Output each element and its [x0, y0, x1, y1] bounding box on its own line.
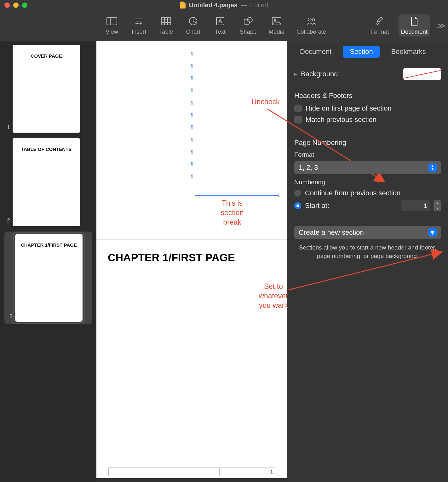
- tab-bookmarks[interactable]: Bookmarks: [384, 46, 433, 58]
- chevron-right-icon: ▸: [294, 71, 297, 77]
- svg-point-19: [274, 19, 276, 21]
- svg-point-17: [247, 17, 252, 22]
- svg-rect-18: [272, 17, 281, 25]
- collaborate-icon: [306, 16, 317, 26]
- footer-cell[interactable]: [164, 468, 220, 476]
- format-label: Format: [294, 151, 441, 158]
- thumb-title: COVER PAGE: [31, 53, 62, 59]
- pages-document-icon: [180, 2, 186, 9]
- footer-cell[interactable]: [109, 468, 164, 476]
- table-icon: [161, 16, 171, 26]
- paragraph-marks: ¶¶¶¶¶¶¶¶¶¶¶: [190, 47, 193, 182]
- number-format-select[interactable]: 1, 2, 3 ▲▼: [294, 161, 441, 174]
- section-break-handle[interactable]: [278, 194, 281, 197]
- background-label: Background: [301, 70, 338, 78]
- thumb-number: 2: [4, 217, 10, 224]
- insert-tool[interactable]: Insert: [129, 14, 149, 37]
- format-tool[interactable]: Format: [368, 14, 392, 37]
- shape-tool[interactable]: Shape: [237, 14, 259, 37]
- thumbnail-row[interactable]: 1 COVER PAGE: [4, 45, 92, 133]
- svg-rect-15: [216, 17, 224, 25]
- toolbar: View Insert Table Chart Text Shape Med: [0, 10, 448, 41]
- shape-icon: [244, 16, 253, 26]
- thumb-title: TABLE OF CONTENTS: [21, 146, 72, 152]
- insert-icon: [134, 16, 144, 26]
- table-tool[interactable]: Table: [156, 14, 176, 37]
- start-at-label: Start at:: [305, 202, 329, 210]
- edited-label: Edited: [250, 2, 268, 9]
- page-footer[interactable]: 1: [108, 468, 275, 476]
- thumbnail-row[interactable]: 2 TABLE OF CONTENTS: [4, 138, 92, 226]
- number-format-value: 1, 2, 3: [299, 164, 318, 172]
- dropdown-arrow-icon: ▼: [428, 228, 437, 237]
- create-section-area: Create a new section ▼ Sections allow yo…: [287, 220, 448, 266]
- continue-prev-label: Continue from previous section: [305, 189, 400, 197]
- background-color-swatch[interactable]: [403, 68, 441, 80]
- media-icon: [272, 16, 281, 26]
- svg-line-14: [193, 21, 196, 23]
- collaborate-tool[interactable]: Collaborate: [294, 14, 329, 37]
- hide-first-page-checkbox[interactable]: [294, 105, 302, 112]
- chart-tool[interactable]: Chart: [183, 14, 203, 37]
- page-thumbnail[interactable]: CHAPTER 1/FIRST PAGE: [15, 234, 83, 322]
- numbering-label: Numbering: [294, 179, 441, 186]
- page-1-partial[interactable]: ¶¶¶¶¶¶¶¶¶¶¶ Uncheck This is section brea…: [96, 41, 287, 239]
- page-numbering-section: Page Numbering Format 1, 2, 3 ▲▼ Numberi…: [287, 133, 448, 220]
- media-tool[interactable]: Media: [266, 14, 287, 37]
- document-inspector: Document Section Bookmarks ▸ Background …: [287, 41, 448, 482]
- stepper-up-icon[interactable]: ▲: [434, 200, 441, 206]
- format-paintbrush-icon: [376, 16, 384, 26]
- filename-label: Untitled 4.pages: [189, 2, 237, 9]
- create-section-label: Create a new section: [299, 228, 364, 237]
- select-arrows-icon: ▲▼: [428, 164, 437, 172]
- start-at-stepper[interactable]: ▲ ▼: [434, 200, 441, 211]
- create-new-section-button[interactable]: Create a new section ▼: [294, 226, 441, 239]
- headers-footers-title: Headers & Footers: [294, 92, 441, 100]
- svg-rect-7: [161, 17, 171, 25]
- footer-page-number[interactable]: 1: [220, 468, 275, 476]
- inspector-tabs: Document Section Bookmarks: [287, 41, 448, 62]
- start-at-radio[interactable]: [294, 202, 301, 209]
- thumbnail-row-selected[interactable]: 3 CHAPTER 1/FIRST PAGE: [4, 232, 92, 324]
- view-tool[interactable]: View: [102, 14, 122, 37]
- page-heading: CHAPTER 1/FIRST PAGE: [108, 251, 276, 264]
- thumb-title: CHAPTER 1/FIRST PAGE: [21, 242, 77, 248]
- separator: —: [241, 2, 247, 9]
- document-tool[interactable]: Document: [399, 14, 430, 37]
- svg-point-20: [308, 18, 311, 21]
- page-thumbnail[interactable]: TABLE OF CONTENTS: [13, 138, 80, 226]
- match-previous-checkbox[interactable]: [294, 116, 302, 123]
- page-thumbnails-sidebar: 1 COVER PAGE 2 TABLE OF CONTENTS 3 CHAPT…: [0, 41, 96, 482]
- tab-section[interactable]: Section: [343, 46, 380, 58]
- text-icon: [216, 16, 225, 26]
- svg-rect-0: [107, 17, 117, 25]
- annotation-set-to: Set to whatever you want: [255, 282, 292, 310]
- page-2[interactable]: CHAPTER 1/FIRST PAGE Set to whatever you…: [96, 239, 287, 478]
- page-numbering-title: Page Numbering: [294, 139, 441, 147]
- window-title: Untitled 4.pages — Edited: [0, 2, 448, 9]
- section-break-line[interactable]: [195, 195, 280, 196]
- background-disclosure[interactable]: ▸ Background: [294, 70, 338, 78]
- start-at-input[interactable]: [401, 200, 430, 211]
- text-tool[interactable]: Text: [210, 14, 230, 37]
- section-help-text: Sections allow you to start a new header…: [294, 244, 441, 260]
- background-section: ▸ Background: [287, 62, 448, 86]
- document-canvas[interactable]: ¶¶¶¶¶¶¶¶¶¶¶ Uncheck This is section brea…: [96, 41, 287, 482]
- match-previous-label: Match previous section: [306, 116, 376, 124]
- page-thumbnail[interactable]: COVER PAGE: [13, 45, 80, 133]
- title-bar: Untitled 4.pages — Edited: [0, 0, 448, 10]
- thumb-number: 3: [7, 313, 13, 320]
- svg-point-21: [312, 19, 315, 21]
- toolbar-overflow-icon[interactable]: ≫: [437, 21, 448, 31]
- hide-first-page-label: Hide on first page of section: [306, 104, 392, 112]
- document-icon: [411, 16, 418, 26]
- tab-document[interactable]: Document: [293, 46, 338, 58]
- stepper-down-icon[interactable]: ▼: [434, 206, 441, 211]
- continue-prev-radio[interactable]: [294, 190, 301, 197]
- headers-footers-section: Headers & Footers Hide on first page of …: [287, 86, 448, 133]
- thumb-number: 1: [4, 124, 10, 131]
- view-icon: [106, 16, 117, 26]
- chart-icon: [189, 16, 198, 26]
